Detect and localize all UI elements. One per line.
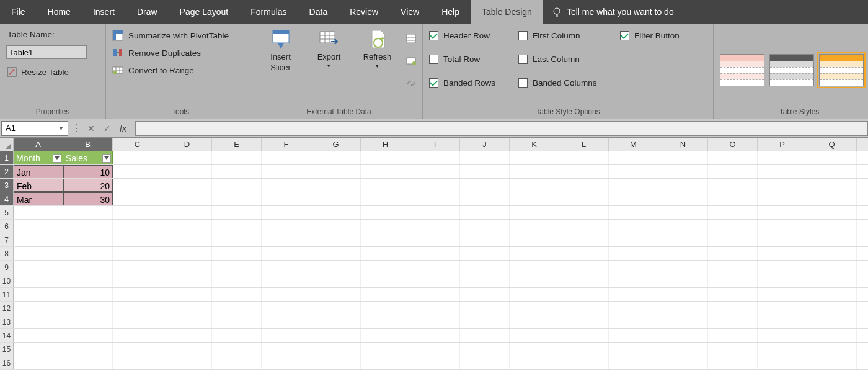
cell-M4[interactable] — [609, 192, 658, 205]
cell-L8[interactable] — [559, 247, 609, 260]
cell-D7[interactable] — [162, 233, 212, 246]
row-header-4[interactable]: 4 — [0, 192, 14, 205]
cell-I14[interactable] — [410, 329, 460, 342]
cell-O1[interactable] — [708, 151, 758, 164]
col-header-O[interactable]: O — [708, 138, 758, 151]
cell-K16[interactable] — [510, 356, 559, 369]
cell-A11[interactable] — [14, 288, 63, 301]
cell-P16[interactable] — [758, 356, 807, 369]
cell-I6[interactable] — [410, 220, 460, 233]
col-header-H[interactable]: H — [361, 138, 410, 151]
cell-F7[interactable] — [262, 233, 311, 246]
cell-E4[interactable] — [212, 192, 262, 205]
cell-J14[interactable] — [460, 329, 510, 342]
cell-N2[interactable] — [658, 165, 708, 178]
tab-page-layout[interactable]: Page Layout — [169, 0, 240, 24]
row-header-11[interactable]: 11 — [0, 288, 14, 301]
last-column-checkbox[interactable]: Last Column — [518, 55, 618, 64]
cell-M2[interactable] — [609, 165, 658, 178]
cell-P2[interactable] — [758, 165, 807, 178]
cell-H15[interactable] — [361, 343, 410, 356]
cell-J4[interactable] — [460, 192, 510, 205]
cell-P7[interactable] — [758, 233, 807, 246]
cell-L5[interactable] — [559, 206, 609, 219]
col-header-C[interactable]: C — [113, 138, 162, 151]
cell-K8[interactable] — [510, 247, 559, 260]
cell-L4[interactable] — [559, 192, 609, 205]
col-header-I[interactable]: I — [410, 138, 460, 151]
cell-C7[interactable] — [113, 233, 162, 246]
cell-C15[interactable] — [113, 343, 162, 356]
cell-I8[interactable] — [410, 247, 460, 260]
cell-Q9[interactable] — [807, 261, 857, 274]
cell-F15[interactable] — [262, 343, 311, 356]
cell-K4[interactable] — [510, 192, 559, 205]
cell-A4[interactable]: Mar — [14, 192, 63, 205]
banded-rows-checkbox[interactable]: Banded Rows — [429, 78, 516, 88]
cell-H10[interactable] — [361, 274, 410, 287]
cell-J9[interactable] — [460, 261, 510, 274]
cell-N8[interactable] — [658, 247, 708, 260]
cell-G6[interactable] — [311, 220, 361, 233]
cell-Q12[interactable] — [807, 302, 857, 315]
cell-E14[interactable] — [212, 329, 262, 342]
properties-icon[interactable] — [406, 34, 417, 45]
cell-H12[interactable] — [361, 302, 410, 315]
cell-G2[interactable] — [311, 165, 361, 178]
cell-E8[interactable] — [212, 247, 262, 260]
cell-I2[interactable] — [410, 165, 460, 178]
row-header-15[interactable]: 15 — [0, 343, 14, 356]
row-header-16[interactable]: 16 — [0, 356, 14, 369]
cell-N16[interactable] — [658, 356, 708, 369]
col-header-P[interactable]: P — [758, 138, 807, 151]
cell-F3[interactable] — [262, 179, 311, 192]
unlink-icon[interactable] — [406, 78, 417, 89]
cell-G5[interactable] — [311, 206, 361, 219]
cell-J11[interactable] — [460, 288, 510, 301]
cell-O3[interactable] — [708, 179, 758, 192]
cell-C1[interactable] — [113, 151, 162, 164]
cell-Q15[interactable] — [807, 343, 857, 356]
cell-C3[interactable] — [113, 179, 162, 192]
cell-M14[interactable] — [609, 329, 658, 342]
cell-L10[interactable] — [559, 274, 609, 287]
cell-B3[interactable]: 20 — [63, 179, 113, 192]
cell-A5[interactable] — [14, 206, 63, 219]
row-header-5[interactable]: 5 — [0, 206, 14, 219]
cell-F11[interactable] — [262, 288, 311, 301]
cell-P11[interactable] — [758, 288, 807, 301]
cell-B13[interactable] — [63, 315, 113, 328]
cell-L14[interactable] — [559, 329, 609, 342]
cell-K7[interactable] — [510, 233, 559, 246]
cell-B15[interactable] — [63, 343, 113, 356]
cell-A8[interactable] — [14, 247, 63, 260]
cell-D5[interactable] — [162, 206, 212, 219]
cell-A14[interactable] — [14, 329, 63, 342]
tab-view[interactable]: View — [389, 0, 430, 24]
cell-F16[interactable] — [262, 356, 311, 369]
cell-L9[interactable] — [559, 261, 609, 274]
cell-P6[interactable] — [758, 220, 807, 233]
filter-dropdown-icon[interactable] — [102, 154, 111, 163]
cell-M12[interactable] — [609, 302, 658, 315]
cell-B11[interactable] — [63, 288, 113, 301]
col-header-K[interactable]: K — [510, 138, 559, 151]
cell-G16[interactable] — [311, 356, 361, 369]
cell-D15[interactable] — [162, 343, 212, 356]
cell-N7[interactable] — [658, 233, 708, 246]
cell-K12[interactable] — [510, 302, 559, 315]
cell-Q11[interactable] — [807, 288, 857, 301]
cell-B14[interactable] — [63, 329, 113, 342]
cell-Q6[interactable] — [807, 220, 857, 233]
col-header-M[interactable]: M — [609, 138, 658, 151]
formula-input[interactable] — [135, 121, 868, 136]
cell-K9[interactable] — [510, 261, 559, 274]
table-name-input[interactable] — [6, 45, 87, 59]
cell-E2[interactable] — [212, 165, 262, 178]
cell-O11[interactable] — [708, 288, 758, 301]
cell-K3[interactable] — [510, 179, 559, 192]
tab-review[interactable]: Review — [339, 0, 389, 24]
cell-C6[interactable] — [113, 220, 162, 233]
col-header-Q[interactable]: Q — [807, 138, 857, 151]
convert-to-range-button[interactable]: Convert to Range — [112, 65, 194, 76]
